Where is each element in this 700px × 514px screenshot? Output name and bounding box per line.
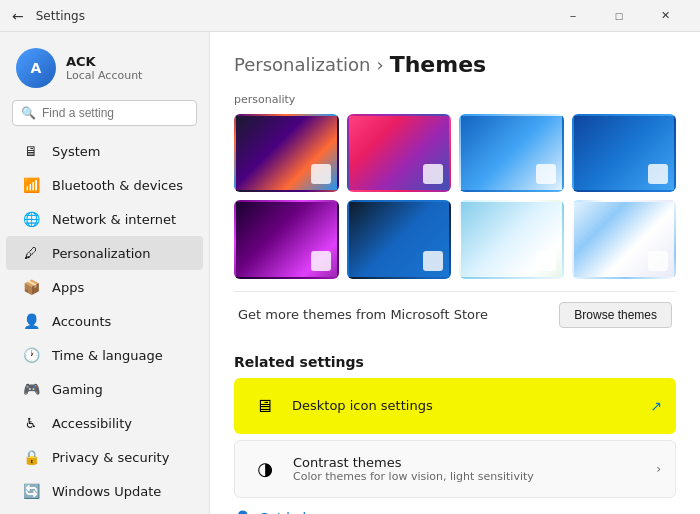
sidebar-item-accounts[interactable]: 👤 Accounts (6, 304, 203, 338)
search-icon: 🔍 (21, 106, 36, 120)
sidebar-item-label: Bluetooth & devices (52, 178, 183, 193)
sidebar-item-label: Gaming (52, 382, 103, 397)
sidebar: A ACK Local Account 🔍 🖥 System 📶 Bluetoo… (0, 32, 210, 514)
user-name: ACK (66, 54, 142, 69)
user-type: Local Account (66, 69, 142, 82)
theme-thumbnail-2[interactable] (347, 114, 452, 192)
system-icon: 🖥 (22, 142, 40, 160)
external-link-icon: ↗ (650, 398, 662, 414)
content-area: Personalization › Themes personality Get… (210, 32, 700, 514)
theme-thumbnail-5[interactable] (234, 200, 339, 278)
personalization-icon: 🖊 (22, 244, 40, 262)
app-body: A ACK Local Account 🔍 🖥 System 📶 Bluetoo… (0, 32, 700, 514)
related-settings-heading: Related settings (234, 354, 676, 370)
theme-thumbnail-8[interactable] (572, 200, 677, 278)
sidebar-item-label: Windows Update (52, 484, 161, 499)
sidebar-item-label: Accounts (52, 314, 111, 329)
theme-thumbnail-6[interactable] (347, 200, 452, 278)
contrast-themes-desc: Color themes for low vision, light sensi… (293, 470, 534, 483)
user-info: ACK Local Account (66, 54, 142, 82)
sidebar-item-network[interactable]: 🌐 Network & internet (6, 202, 203, 236)
sidebar-item-gaming[interactable]: 🎮 Gaming (6, 372, 203, 406)
contrast-themes-text: Contrast themes Color themes for low vis… (293, 455, 534, 483)
breadcrumb-separator: › (376, 54, 383, 75)
desktop-icon-text: Desktop icon settings (292, 398, 433, 413)
theme-thumbnail-1[interactable] (234, 114, 339, 192)
accessibility-icon: ♿ (22, 414, 40, 432)
avatar: A (16, 48, 56, 88)
network-icon: 🌐 (22, 210, 40, 228)
sidebar-item-privacy[interactable]: 🔒 Privacy & security (6, 440, 203, 474)
sidebar-item-apps[interactable]: 📦 Apps (6, 270, 203, 304)
store-text: Get more themes from Microsoft Store (238, 307, 488, 322)
personality-label: personality (234, 93, 676, 106)
theme-thumbnail-4[interactable] (572, 114, 677, 192)
title-bar-left: ← Settings (12, 8, 85, 24)
desktop-icon: 🖥 (248, 390, 280, 422)
breadcrumb-parent: Personalization (234, 54, 370, 75)
sidebar-item-label: Accessibility (52, 416, 132, 431)
sidebar-item-update[interactable]: 🔄 Windows Update (6, 474, 203, 508)
footer-links: 👤 Get help 👤 Give feedback (234, 510, 676, 514)
sidebar-item-bluetooth[interactable]: 📶 Bluetooth & devices (6, 168, 203, 202)
bluetooth-icon: 📶 (22, 176, 40, 194)
title-bar: ← Settings − □ ✕ (0, 0, 700, 32)
sidebar-item-time[interactable]: 🕐 Time & language (6, 338, 203, 372)
help-icon: 👤 (234, 510, 251, 514)
sidebar-item-label: Network & internet (52, 212, 176, 227)
get-help-link[interactable]: 👤 Get help (234, 510, 676, 514)
theme-thumbnail-3[interactable] (459, 114, 564, 192)
privacy-icon: 🔒 (22, 448, 40, 466)
back-icon[interactable]: ← (12, 8, 24, 24)
chevron-right-icon: › (656, 462, 661, 476)
time-icon: 🕐 (22, 346, 40, 364)
accounts-icon: 👤 (22, 312, 40, 330)
close-button[interactable]: ✕ (642, 0, 688, 32)
window-controls: − □ ✕ (550, 0, 688, 32)
title-bar-title: Settings (36, 9, 85, 23)
sidebar-search[interactable]: 🔍 (12, 100, 197, 126)
breadcrumb: Personalization › Themes (234, 52, 676, 77)
browse-themes-button[interactable]: Browse themes (559, 302, 672, 328)
contrast-icon: ◑ (249, 453, 281, 485)
sidebar-user: A ACK Local Account (0, 40, 209, 100)
sidebar-item-accessibility[interactable]: ♿ Accessibility (6, 406, 203, 440)
sidebar-item-label: Time & language (52, 348, 163, 363)
sidebar-item-label: Privacy & security (52, 450, 169, 465)
search-input[interactable] (42, 106, 188, 120)
theme-thumbnail-7[interactable] (459, 200, 564, 278)
themes-grid (234, 114, 676, 279)
store-row: Get more themes from Microsoft Store Bro… (234, 291, 676, 338)
sidebar-item-label: System (52, 144, 100, 159)
sidebar-item-label: Apps (52, 280, 84, 295)
gaming-icon: 🎮 (22, 380, 40, 398)
minimize-button[interactable]: − (550, 0, 596, 32)
desktop-icon-title: Desktop icon settings (292, 398, 433, 413)
sidebar-item-personalization[interactable]: 🖊 Personalization (6, 236, 203, 270)
sidebar-item-label: Personalization (52, 246, 151, 261)
breadcrumb-current: Themes (390, 52, 487, 77)
maximize-button[interactable]: □ (596, 0, 642, 32)
sidebar-item-system[interactable]: 🖥 System (6, 134, 203, 168)
contrast-themes-title: Contrast themes (293, 455, 534, 470)
contrast-themes-item[interactable]: ◑ Contrast themes Color themes for low v… (234, 440, 676, 498)
apps-icon: 📦 (22, 278, 40, 296)
update-icon: 🔄 (22, 482, 40, 500)
desktop-icon-settings-item[interactable]: 🖥 Desktop icon settings ↗ (234, 378, 676, 434)
get-help-label: Get help (259, 510, 314, 514)
